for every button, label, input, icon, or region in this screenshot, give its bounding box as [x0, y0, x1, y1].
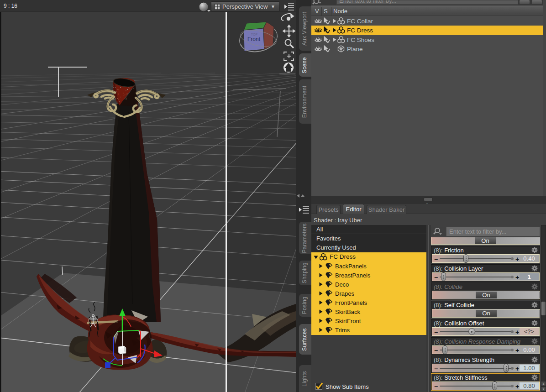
- svg-text:Front: Front: [247, 36, 261, 42]
- svg-text:TOP: TOP: [251, 33, 258, 36]
